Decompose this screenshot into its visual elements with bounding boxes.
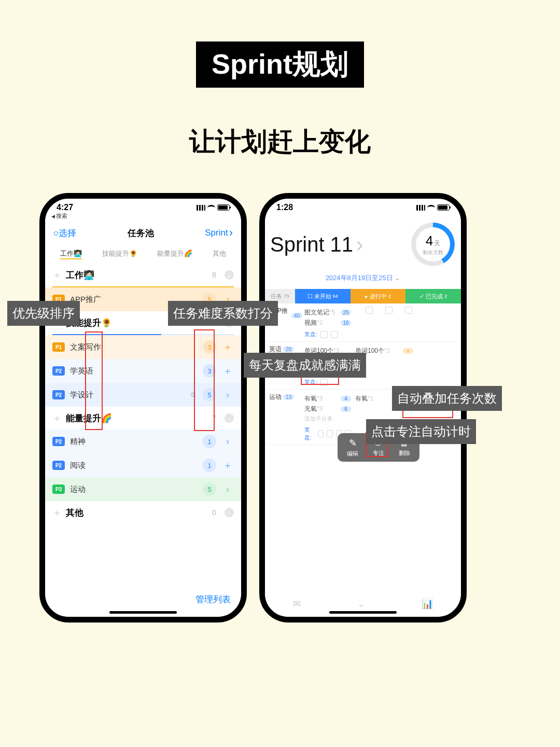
signal-icon [416,205,425,211]
checkbox[interactable] [320,331,328,338]
sprint-title[interactable]: Sprint 11 [270,233,363,256]
group-other-title: 其他 [66,507,208,519]
redbox-priority-column [85,331,103,430]
callout-priority: 优先级排序 [7,301,80,326]
tab-inbox-icon[interactable]: ✉ [293,598,301,610]
callout-difficulty: 任务难度系数打分 [168,301,278,326]
group-work-title: 工作👩🏻‍💻 [66,269,208,281]
status-time: 4:27 [57,203,73,212]
sprint-category[interactable]: 运动13 [265,393,302,402]
plus-icon[interactable]: ＋ [52,506,62,519]
sprint-header: Sprint 11 4天 剩余天数 [265,212,461,269]
priority-badge-p1: P1 [52,342,65,352]
status-time: 1:28 [276,203,293,212]
nav-bar: ○选择 任务池 Sprint [45,221,241,245]
home-indicator[interactable] [109,611,177,614]
priority-badge-p3: P3 [52,485,65,494]
sprint-item[interactable]: 无氧*36 [304,405,351,413]
status-bar: 1:28 [265,199,461,212]
plus-icon[interactable]: ＋ [221,365,234,377]
add-subtask[interactable]: 添加子任务 [304,415,351,423]
tab-collapse-icon[interactable]: ⌄ [357,598,365,610]
chevron-right-icon[interactable]: › [221,390,234,400]
plus-icon[interactable]: ＋ [221,459,234,472]
back-to-search[interactable]: 搜索 [45,212,241,221]
battery-icon [217,204,230,211]
priority-badge-p2: P2 [52,366,65,376]
chevron-down-icon[interactable]: ⌄ [225,270,234,280]
callout-autoadd: 自动叠加任务次数 [392,386,502,411]
task-score: 5 [203,482,216,496]
redbox-score-column [194,329,215,431]
task-score: 1 [203,435,216,448]
checkbox[interactable] [327,430,333,437]
sprint-item[interactable]: 有氧*34 [304,394,351,403]
tab-stats-icon[interactable]: 📊 [422,598,433,610]
checkbox[interactable] [385,307,393,314]
task-name: 运动 [70,485,198,494]
filter-bar: 任务 73 ☐ 未开始 64 ▸ 进行中 2 ✓ 已完成 2 [265,289,461,303]
days-remaining-ring: 4天 剩余天数 [411,223,455,266]
task-spirit-row[interactable]: P2 精神 1 › [45,430,241,453]
page-subheading: 让计划赶上变化 [189,125,371,159]
plus-icon[interactable]: ＋ [52,269,62,281]
group-other-header[interactable]: ＋ 其他 0 › [45,501,241,524]
callout-review: 每天复盘成就感满满 [244,353,366,378]
task-name: 精神 [70,437,198,447]
priority-badge-p2: P2 [52,390,65,399]
tab-energy[interactable]: 能量提升🌈 [157,249,192,259]
tab-skill[interactable]: 技能提升🌻 [102,249,137,259]
fupan-label: 复盘: [304,330,317,338]
days-remaining-label: 剩余天数 [423,249,443,256]
plus-icon[interactable]: ＋ [221,341,234,353]
task-reading-row[interactable]: P2 阅读 1 ＋ [45,453,241,477]
plus-icon[interactable]: ＋ [52,412,62,424]
checkbox[interactable] [366,307,373,314]
filter-in-progress[interactable]: ▸ 进行中 2 [351,289,406,303]
tab-other[interactable]: 其他 [213,249,226,259]
nav-sprint-link[interactable]: Sprint [205,226,233,240]
edit-icon: ✎ [340,437,366,449]
task-score: 1 [203,459,216,472]
date-range[interactable]: 2024年8月19日至25日 [265,269,461,289]
wifi-icon [427,205,435,211]
priority-badge-p2: P2 [52,461,65,470]
bottom-tabbar: ✉ ⌄ 📊 [265,598,461,610]
chevron-right-icon[interactable]: › [221,484,234,495]
chevron-right-icon[interactable]: › [225,508,234,517]
checkbox[interactable] [318,430,324,437]
group-work-header[interactable]: ＋ 工作👩🏻‍💻 8 ⌄ [45,264,241,286]
signal-icon [197,205,205,211]
group-work-count: 8 [212,271,216,279]
popup-edit-button[interactable]: ✎编辑 [340,437,366,458]
phone-left-mock: 4:27 搜索 ○选择 任务池 Sprint 工作👩🏻‍💻 技能提升🌻 能量提升… [39,193,247,622]
filter-done[interactable]: ✓ 已完成 2 [405,289,461,303]
page-heading: Sprint规划 [196,42,364,88]
checkbox[interactable] [331,331,338,338]
nav-title: 任务池 [128,227,154,239]
tab-work[interactable]: 工作👩🏻‍💻 [60,249,82,259]
chevron-right-icon[interactable]: › [221,436,234,447]
home-indicator[interactable] [329,611,397,614]
days-remaining-num: 4 [426,233,433,248]
sprint-item[interactable]: 视频*216 [304,319,351,327]
sprint-row-app: APP推广40 图文笔记*525 视频*216 复盘: [265,303,461,342]
category-tabs: 工作👩🏻‍💻 技能提升🌻 能量提升🌈 其他 [45,245,241,264]
checkbox[interactable] [405,307,412,314]
task-name: 阅读 [70,461,198,471]
sprint-item[interactable]: 图文笔记*525 [304,308,351,317]
status-bar: 4:27 [45,199,241,212]
chevron-down-icon[interactable]: ⌄ [225,413,234,423]
battery-icon [437,204,450,211]
task-sport-row[interactable]: P3 运动 5 › [45,477,241,501]
nav-select-button[interactable]: ○选择 [53,227,76,239]
wifi-icon [207,205,215,211]
callout-focus: 点击专注自动计时 [366,419,476,444]
filter-not-started[interactable]: ☐ 未开始 64 [295,289,351,303]
group-other-count: 0 [212,508,216,517]
manage-list-link[interactable]: 管理列表 [195,593,231,605]
priority-badge-p2: P2 [52,437,65,446]
